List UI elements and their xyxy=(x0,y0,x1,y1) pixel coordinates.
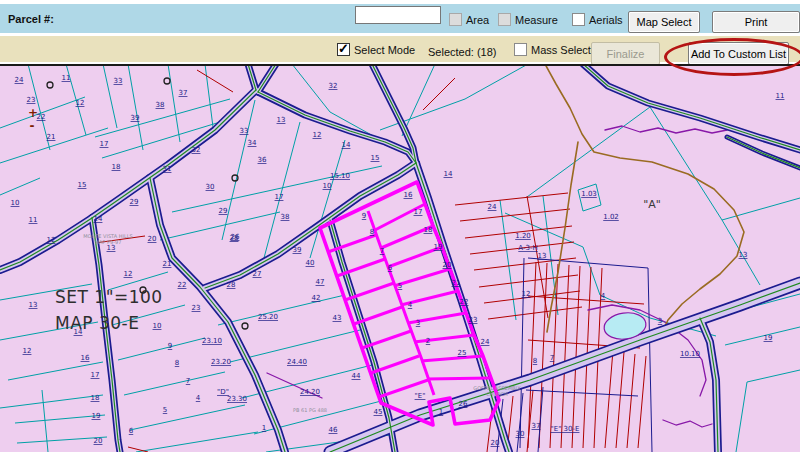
map-label: 24 xyxy=(488,203,497,211)
map-label: 14 xyxy=(94,215,103,223)
aerials-checkbox[interactable] xyxy=(572,13,585,26)
map-label: 29 xyxy=(130,198,139,206)
map-label: 39 xyxy=(293,246,302,254)
measure-checkbox-group: Measure xyxy=(498,13,558,26)
map-label: 19 xyxy=(764,334,773,342)
map-label: 24 xyxy=(15,76,24,84)
map-label: 12 xyxy=(23,347,32,355)
select-mode-label: Select Mode xyxy=(354,44,415,56)
map-label: 46 xyxy=(329,426,338,434)
map-label: 20 xyxy=(443,261,452,269)
map-label: 45 xyxy=(374,408,383,416)
map-label: MAP 30-E xyxy=(55,313,139,333)
map-label: 6 xyxy=(129,427,134,435)
map-label: 17 xyxy=(275,193,284,201)
map-label: 36 xyxy=(258,156,267,164)
map-label: 18 xyxy=(91,394,100,402)
map-label: 22 xyxy=(460,298,469,306)
map-label: 31 xyxy=(163,165,172,173)
map-label: 17 xyxy=(91,371,100,379)
map-label: 12 xyxy=(76,99,85,107)
map-label: 13 xyxy=(739,251,748,259)
map-label: 26 xyxy=(459,400,468,408)
map-label: 8 xyxy=(370,228,374,236)
map-select-button[interactable]: Map Select xyxy=(628,11,700,33)
map-label: 2 xyxy=(426,337,430,345)
measure-label: Measure xyxy=(515,14,558,26)
map-label: 40 xyxy=(306,259,315,267)
map-label: 28 xyxy=(227,281,236,289)
map-label: 10.10 xyxy=(680,350,700,358)
map-label: 13 xyxy=(29,301,38,309)
map-label: 14 xyxy=(74,328,83,336)
mass-select-group: Mass Select xyxy=(514,43,591,56)
map-label: 1.20 xyxy=(515,232,531,240)
map-label: 12 xyxy=(313,131,322,139)
finalize-button: Finalize xyxy=(591,42,660,65)
map-label: 32 xyxy=(192,146,201,154)
map-label: 29 xyxy=(219,207,228,215)
parcel-number-input[interactable] xyxy=(355,6,441,24)
map-label: 26 xyxy=(231,233,240,241)
map-label: 13 xyxy=(107,244,116,252)
map-label: "E" xyxy=(415,392,426,400)
map-label: 1 xyxy=(439,408,443,416)
map-label: 14 xyxy=(444,170,453,178)
map-label: 43 xyxy=(333,314,342,322)
map-label: 7 xyxy=(380,247,384,255)
map-label: 38 xyxy=(156,101,165,109)
map-label: 20 xyxy=(491,439,500,447)
map-label: 1.03 xyxy=(581,190,597,198)
aerials-checkbox-group: Aerials xyxy=(572,13,623,26)
map-label: 18 xyxy=(112,163,121,171)
map-label: 16 xyxy=(404,191,413,199)
map-label: 3 xyxy=(416,319,420,327)
map-label: 1.02 xyxy=(603,213,619,221)
map-label: 39 xyxy=(131,114,140,122)
map-label: 32 xyxy=(329,82,338,90)
map-label: 23 xyxy=(192,304,201,312)
map-label: 30 xyxy=(206,183,215,191)
map-label: 23.20 xyxy=(211,358,231,366)
map-label: 25.20 xyxy=(258,313,278,321)
map-label: 24.40 xyxy=(287,358,307,366)
map-label: 3 xyxy=(658,317,662,325)
map-label: 37 xyxy=(532,422,541,430)
aerials-label: Aerials xyxy=(589,14,623,26)
map-label: 22 xyxy=(37,113,46,121)
select-mode-checkbox[interactable] xyxy=(337,43,350,56)
map-label: 14 xyxy=(342,141,351,149)
map-label: 24.20 xyxy=(300,388,320,396)
map-label: 47 xyxy=(316,278,325,286)
print-button[interactable]: Print xyxy=(712,11,800,33)
map-label: 4 xyxy=(408,301,413,309)
map-label: 19 xyxy=(434,243,443,251)
map-label: 16 xyxy=(81,354,90,362)
map-label: 7 xyxy=(550,354,554,362)
map-label: 9 xyxy=(168,342,172,350)
map-label: - xyxy=(30,119,35,133)
map-label: 23 xyxy=(27,96,36,104)
map-label: 38 xyxy=(281,213,290,221)
map-label: 25 xyxy=(458,349,467,357)
map-label: 13 xyxy=(277,116,286,124)
map-label: 24 xyxy=(481,338,490,346)
mass-select-label: Mass Select xyxy=(531,44,591,56)
mass-select-checkbox[interactable] xyxy=(514,43,527,56)
add-to-custom-list-button[interactable]: Add To Custom List xyxy=(688,42,789,65)
parcel-map-svg[interactable]: SET 1"=100MAP 30-E"A"+-24113312232238373… xyxy=(0,66,800,452)
area-label: Area xyxy=(466,14,489,26)
map-label: 21 xyxy=(47,133,56,141)
map-label: 20 xyxy=(94,437,103,445)
area-checkbox xyxy=(449,13,462,26)
map-label: 13 xyxy=(538,252,547,260)
map-label: 30 xyxy=(516,430,525,438)
map-label: 23 xyxy=(469,316,478,324)
app-window: Parcel #: Area Measure Aerials Map Selec… xyxy=(0,0,800,452)
map-label: 9 xyxy=(362,212,366,220)
map-label: 37 xyxy=(179,89,188,97)
map-label: 33 xyxy=(114,77,123,85)
parcel-map[interactable]: SET 1"=100MAP 30-E"A"+-24113312232238373… xyxy=(0,66,800,452)
map-label: SET 1"=100 xyxy=(55,287,163,307)
map-label: "E" 30-E xyxy=(551,425,580,433)
